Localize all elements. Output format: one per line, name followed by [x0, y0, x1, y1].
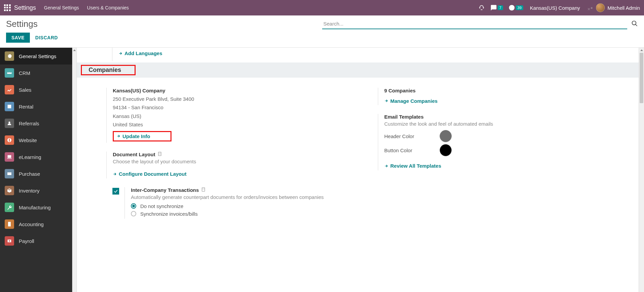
activities-icon[interactable]: 39 — [508, 4, 523, 11]
money-icon — [5, 236, 14, 246]
intercompany-title: Inter-Company Transactions — [131, 187, 199, 193]
radio-label: Synchronize invoices/bills — [140, 211, 198, 217]
page-title: Settings — [6, 19, 38, 29]
update-info-link[interactable]: Update Info — [116, 133, 150, 139]
sidebar-item-label: eLearning — [19, 154, 41, 160]
box-icon — [5, 186, 14, 195]
radio-sync-invoices[interactable]: Synchronize invoices/bills — [131, 211, 356, 217]
sidebar-item-label: Inventory — [19, 188, 40, 194]
svg-rect-10 — [202, 187, 204, 191]
intercompany-checkbox[interactable] — [112, 188, 119, 195]
building-icon — [201, 187, 206, 193]
discard-button[interactable]: DISCARD — [35, 35, 58, 40]
company-name: Kansas(US) Company — [113, 88, 356, 93]
sidebar-item-inventory[interactable]: Inventory — [0, 182, 72, 199]
arrow-right-icon — [384, 164, 388, 168]
apps-icon[interactable] — [4, 4, 11, 11]
search-icon[interactable] — [631, 20, 638, 28]
configure-document-layout-label: Configure Document Layout — [119, 171, 187, 177]
sidebar-item-purchase[interactable]: Purchase — [0, 165, 72, 182]
sidebar-scrollbar[interactable] — [72, 48, 77, 292]
intercompany-block: Inter-Company Transactions Automatically… — [112, 187, 356, 219]
svg-point-0 — [632, 21, 636, 25]
configure-document-layout-link[interactable]: Configure Document Layout — [113, 171, 187, 177]
main-area: General Settings CRM Sales Rental Referr… — [0, 47, 644, 292]
companies-section-title: Companies — [89, 67, 121, 73]
arrow-right-icon — [113, 172, 117, 176]
manage-companies-link[interactable]: Manage Companies — [384, 98, 438, 104]
company-zip-city: 94134 - San Francisco — [113, 103, 356, 112]
arrow-right-icon — [118, 51, 122, 55]
menu-general-settings[interactable]: General Settings — [44, 5, 79, 10]
sidebar-item-label: Purchase — [19, 171, 40, 177]
companies-count-block: 9 Companies Manage Companies — [378, 88, 627, 106]
debug-icon[interactable] — [587, 4, 593, 11]
voip-icon[interactable] — [478, 4, 485, 11]
radio-do-not-sync[interactable]: Do not synchronize — [131, 203, 356, 209]
sidebar-item-label: Rental — [19, 104, 33, 110]
header-color-swatch[interactable] — [440, 130, 452, 142]
sidebar-item-elearning[interactable]: eLearning — [0, 149, 72, 165]
chart-icon — [5, 85, 14, 94]
sidebar-item-label: CRM — [19, 70, 30, 76]
radio-icon — [131, 203, 136, 209]
content-scrollbar[interactable] — [639, 48, 644, 292]
manage-companies-label: Manage Companies — [390, 98, 438, 104]
update-info-label: Update Info — [122, 133, 150, 139]
globe-icon — [5, 135, 14, 145]
email-templates-desc: Customize the look and feel of automated… — [384, 121, 627, 127]
review-templates-link[interactable]: Review All Templates — [384, 163, 441, 169]
sidebar-item-manufacturing[interactable]: Manufacturing — [0, 199, 72, 216]
sidebar-item-label: Website — [19, 137, 37, 143]
radio-label: Do not synchronize — [140, 203, 183, 209]
review-templates-label: Review All Templates — [390, 163, 441, 169]
sidebar-item-website[interactable]: Website — [0, 132, 72, 149]
sidebar-item-label: Referrals — [19, 121, 39, 126]
company-switcher[interactable]: Kansas(US) Company — [530, 5, 580, 11]
activities-badge: 39 — [516, 5, 523, 10]
document-layout-title: Document Layout — [113, 152, 155, 157]
arrow-right-icon — [384, 99, 388, 103]
sidebar-item-general-settings[interactable]: General Settings — [0, 48, 72, 65]
sidebar-item-payroll[interactable]: Payroll — [0, 233, 72, 249]
settings-sidebar: General Settings CRM Sales Rental Referr… — [0, 48, 72, 292]
username[interactable]: Mitchell Admin — [607, 5, 640, 11]
search-input[interactable] — [322, 19, 628, 29]
control-bar: Settings — [0, 15, 644, 29]
app-brand[interactable]: Settings — [14, 4, 36, 11]
button-color-label: Button Color — [384, 148, 440, 153]
add-languages-label: Add Languages — [125, 50, 162, 56]
company-country: United States — [113, 120, 356, 129]
sidebar-item-sales[interactable]: Sales — [0, 81, 72, 98]
add-languages-link[interactable]: Add Languages — [118, 50, 162, 56]
sidebar-item-label: Accounting — [19, 221, 44, 227]
sidebar-item-rental[interactable]: Rental — [0, 98, 72, 115]
card-icon — [5, 169, 14, 178]
settings-content: Add Languages Companies Kansas(US) Compa… — [77, 48, 644, 292]
companies-section-header: Companies — [77, 62, 644, 78]
avatar[interactable] — [596, 3, 605, 12]
email-templates-block: Email Templates Customize the look and f… — [378, 114, 627, 170]
save-button[interactable]: SAVE — [6, 33, 30, 43]
button-color-swatch[interactable] — [440, 144, 452, 156]
book-icon — [5, 152, 14, 162]
svg-line-1 — [636, 25, 637, 26]
menu-users-companies[interactable]: Users & Companies — [87, 5, 129, 10]
sidebar-item-crm[interactable]: CRM — [0, 65, 72, 81]
company-street: 250 Executive Park Blvd, Suite 3400 — [113, 95, 356, 103]
handshake-icon — [5, 68, 14, 78]
messages-icon[interactable]: 7 — [490, 4, 503, 11]
document-layout-block: Document Layout Choose the layout of you… — [106, 152, 356, 178]
svg-rect-3 — [158, 152, 161, 156]
building-icon — [157, 152, 162, 157]
companies-count: 9 Companies — [384, 88, 627, 93]
intercompany-desc: Automatically generate counterpart docum… — [131, 194, 356, 200]
sidebar-item-label: General Settings — [19, 53, 56, 59]
top-menubar: Settings General Settings Users & Compan… — [0, 0, 644, 15]
messages-badge: 7 — [498, 5, 503, 10]
sidebar-item-accounting[interactable]: Accounting — [0, 216, 72, 233]
sidebar-item-label: Sales — [19, 87, 32, 93]
radio-icon — [131, 211, 136, 216]
invoice-icon — [5, 219, 14, 229]
sidebar-item-referrals[interactable]: Referrals — [0, 115, 72, 132]
